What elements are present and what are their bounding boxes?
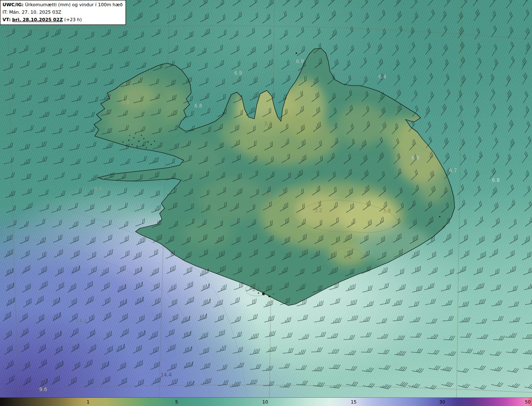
wind-barb: [491, 300, 503, 306]
colorbar-tick-label: 5: [175, 399, 178, 405]
wind-barb: [264, 0, 275, 8]
wind-barb: [166, 363, 178, 371]
wind-barb: [37, 175, 49, 181]
wind-barb: [82, 359, 94, 368]
wind-barb: [50, 205, 62, 213]
wind-barb: [474, 364, 485, 370]
wind-barb: [428, 349, 439, 355]
wind-barb: [117, 203, 129, 210]
wind-barb: [86, 252, 98, 260]
wind-barb: [84, 127, 96, 133]
wind-barb: [422, 122, 432, 133]
wind-barb: [340, 60, 352, 71]
wind-barb: [470, 10, 480, 21]
wind-barb: [51, 48, 63, 56]
wind-barb: [488, 249, 500, 257]
wind-barb: [35, 237, 47, 245]
wind-barb: [423, 58, 433, 69]
wind-barb: [99, 361, 111, 369]
wind-barb: [507, 367, 519, 373]
island-dot: [151, 144, 152, 145]
wind-barb: [425, 91, 435, 103]
wind-barb: [441, 380, 453, 387]
wind-barb: [21, 30, 33, 38]
wind-barb: [34, 46, 47, 54]
wind-barb: [214, 0, 226, 8]
wind-barb: [2, 249, 15, 257]
wind-barb: [409, 250, 421, 259]
wind-barb: [233, 362, 244, 368]
wind-barb: [521, 186, 532, 196]
wind-barb: [183, 31, 195, 39]
wind-barb: [473, 136, 483, 148]
wind-barb: [359, 317, 371, 322]
wind-barb: [519, 152, 529, 163]
wind-barb: [85, 329, 96, 338]
wind-barb: [277, 30, 289, 39]
wind-barb: [329, 59, 340, 69]
wind-barb: [441, 74, 451, 86]
wind-barb: [438, 104, 448, 115]
wind-barb: [518, 58, 528, 69]
wind-barb: [84, 314, 96, 323]
colorbar-tick-label: 50: [525, 399, 531, 405]
wind-barb: [427, 334, 438, 339]
wind-barb: [100, 376, 112, 384]
wind-barb: [295, 46, 306, 56]
wind-barb: [216, 364, 228, 371]
wind-barb: [293, 12, 305, 22]
wind-barb: [476, 319, 487, 323]
wind-barb: [522, 136, 532, 148]
wind-barb: [486, 0, 497, 7]
wind-barb: [327, 333, 338, 338]
wind-barb: [85, 237, 97, 245]
wind-barb: [100, 29, 112, 37]
wind-barb: [358, 0, 369, 8]
wind-barb: [71, 95, 82, 102]
wind-barb: [488, 25, 498, 37]
terrain-blob: [337, 104, 387, 145]
wind-barb: [263, 59, 274, 68]
wind-barb: [68, 221, 80, 229]
wind-barb: [84, 218, 96, 226]
wind-barb: [50, 29, 62, 37]
wind-barb: [345, 350, 356, 355]
wind-barb: [278, 45, 290, 54]
wind-barb: [488, 104, 497, 115]
wind-barb: [427, 267, 439, 275]
wind-barb: [86, 266, 99, 275]
wind-barb: [66, 283, 78, 292]
wind-barb: [389, 44, 400, 56]
wind-barb: [117, 313, 129, 322]
wind-barb: [69, 61, 81, 68]
wind-barb: [426, 252, 438, 260]
wind-barb: [21, 298, 33, 307]
wind-barb: [18, 328, 30, 337]
wind-barb: [117, 221, 129, 229]
wind-barb: [524, 364, 532, 370]
wind-barb: [421, 107, 431, 118]
wind-barb: [246, 62, 258, 71]
wind-barb: [392, 89, 402, 100]
wind-barb: [376, 318, 387, 323]
wind-barb: [280, 0, 291, 6]
wind-barb: [377, 334, 388, 338]
wind-barb: [505, 266, 517, 274]
wind-barb: [488, 122, 498, 134]
wind-barb: [472, 201, 483, 211]
wind-barb: [135, 62, 147, 69]
wind-barb: [394, 350, 406, 355]
island-dot: [137, 146, 138, 147]
weather-map-root: 6.96.96.43.86.83.33.36.66.76.83.43.83.23…: [0, 0, 532, 406]
wind-barb: [475, 383, 487, 390]
wind-barb: [150, 29, 162, 37]
wind-barb: [4, 172, 16, 179]
wind-barb: [3, 78, 15, 86]
wind-barb: [36, 77, 48, 84]
wind-barb: [54, 172, 66, 179]
title-box: UWC/IG: Úrkomumætti (mm) og vindur í 100…: [0, 0, 126, 25]
wind-barb: [455, 27, 465, 38]
wind-barb: [196, 47, 208, 56]
wind-barb: [440, 59, 450, 71]
wind-barb: [276, 11, 288, 21]
